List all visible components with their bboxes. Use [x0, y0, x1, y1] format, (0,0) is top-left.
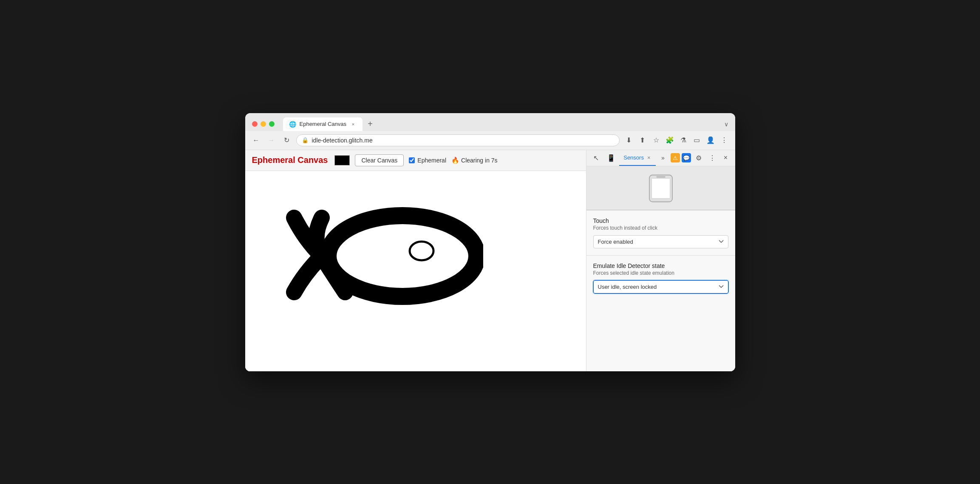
idle-label: Emulate Idle Detector state	[593, 262, 728, 269]
devtools-close-icon[interactable]: ×	[720, 152, 732, 164]
devtools-more-icon[interactable]: ⋮	[706, 152, 718, 164]
canvas-panel: Ephemeral Canvas Clear Canvas Ephemeral …	[245, 150, 586, 371]
touch-description: Forces touch instead of click	[593, 225, 728, 231]
traffic-lights	[252, 121, 275, 127]
drawing-area[interactable]	[245, 171, 586, 371]
idle-description: Forces selected idle state emulation	[593, 270, 728, 276]
devtools-content: Touch Forces touch instead of click No o…	[586, 166, 735, 371]
lock-icon: 🔒	[302, 137, 309, 143]
browser-window: 🌐 Ephemeral Canvas × + ∨ ← → ↻ 🔒 idle-de…	[245, 113, 735, 371]
touch-select[interactable]: No override Force enabled Force disabled	[593, 235, 728, 248]
idle-select[interactable]: No idle emulation User active, screen un…	[593, 280, 728, 293]
settings-icon[interactable]: ⚙	[693, 152, 705, 164]
fish-drawing	[271, 184, 483, 326]
tab-favicon-icon: 🌐	[289, 121, 296, 128]
mobile-emulation-icon[interactable]: 📱	[604, 150, 617, 165]
idle-detector-group: Emulate Idle Detector state Forces selec…	[586, 256, 735, 300]
profile-icon[interactable]: 👤	[705, 134, 717, 146]
content-area: Ephemeral Canvas Clear Canvas Ephemeral …	[245, 150, 735, 371]
more-options-icon[interactable]: ⋮	[718, 134, 730, 146]
close-button[interactable]	[252, 121, 258, 127]
extensions-icon[interactable]: 🧩	[664, 134, 676, 146]
sensors-tab-label: Sensors	[623, 154, 644, 161]
tab-close-button[interactable]: ×	[350, 121, 357, 128]
title-bar: 🌐 Ephemeral Canvas × + ∨	[245, 113, 735, 131]
touch-label: Touch	[593, 217, 728, 224]
svg-rect-4	[656, 176, 666, 178]
chat-icon[interactable]: 💬	[682, 153, 691, 162]
devtools-tabs: ↖ 📱 Sensors × » ⚠ 💬 ⚙ ⋮ ×	[586, 150, 735, 166]
clearing-badge: 🔥 Clearing in 7s	[451, 157, 498, 164]
nav-actions: ⬇ ⬆ ☆ 🧩 ⚗ ▭ 👤 ⋮	[623, 134, 730, 146]
refresh-button[interactable]: ↻	[281, 134, 293, 146]
ephemeral-checkbox[interactable]	[409, 157, 415, 163]
download-icon[interactable]: ⬇	[623, 134, 635, 146]
warning-icon[interactable]: ⚠	[671, 153, 680, 162]
tab-chevron-icon[interactable]: ∨	[724, 121, 728, 128]
minimize-button[interactable]	[261, 121, 266, 127]
sensors-tab-close[interactable]: ×	[646, 154, 651, 162]
app-title: Ephemeral Canvas	[252, 155, 328, 165]
devtools-panel: ↖ 📱 Sensors × » ⚠ 💬 ⚙ ⋮ ×	[586, 150, 735, 371]
back-button[interactable]: ←	[250, 134, 262, 146]
active-tab[interactable]: 🌐 Ephemeral Canvas ×	[283, 117, 363, 131]
phone-image	[642, 173, 680, 203]
touch-sensor-group: Touch Forces touch instead of click No o…	[586, 211, 735, 255]
svg-point-0	[328, 216, 477, 296]
flask-icon[interactable]: ⚗	[677, 134, 689, 146]
sidebar-icon[interactable]: ▭	[691, 134, 703, 146]
nav-bar: ← → ↻ 🔒 idle-detection.glitch.me ⬇ ⬆ ☆ 🧩…	[245, 131, 735, 150]
svg-rect-3	[651, 178, 670, 198]
fire-icon: 🔥	[451, 157, 459, 164]
new-tab-button[interactable]: +	[364, 118, 376, 130]
forward-button[interactable]: →	[266, 134, 278, 146]
phone-preview	[586, 166, 735, 210]
more-tabs-button[interactable]: »	[657, 152, 669, 164]
tabs-row: 🌐 Ephemeral Canvas × + ∨	[283, 117, 728, 131]
tab-title: Ephemeral Canvas	[300, 121, 347, 127]
ephemeral-text: Ephemeral	[417, 157, 446, 164]
ephemeral-label[interactable]: Ephemeral	[409, 157, 446, 164]
svg-point-1	[410, 242, 433, 260]
clear-canvas-button[interactable]: Clear Canvas	[355, 154, 404, 166]
canvas-toolbar: Ephemeral Canvas Clear Canvas Ephemeral …	[245, 150, 586, 171]
url-text: idle-detection.glitch.me	[312, 137, 614, 144]
devtools-action-icons: ⚠ 💬 ⚙ ⋮ ×	[671, 152, 732, 164]
url-bar[interactable]: 🔒 idle-detection.glitch.me	[296, 134, 620, 146]
maximize-button[interactable]	[269, 121, 275, 127]
bookmark-icon[interactable]: ☆	[650, 134, 662, 146]
sensors-tab[interactable]: Sensors ×	[619, 150, 655, 166]
color-swatch[interactable]	[334, 155, 350, 165]
share-icon[interactable]: ⬆	[637, 134, 649, 146]
inspector-icon[interactable]: ↖	[590, 150, 603, 165]
clearing-text: Clearing in 7s	[461, 157, 498, 164]
